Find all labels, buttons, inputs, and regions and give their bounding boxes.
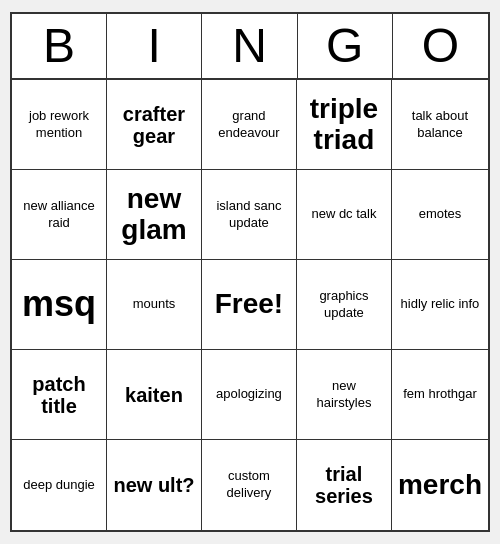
bingo-cell-18[interactable]: new hairstyles [297,350,392,440]
bingo-cell-11[interactable]: mounts [107,260,202,350]
bingo-letter-n: N [202,14,297,78]
bingo-cell-13[interactable]: graphics update [297,260,392,350]
bingo-grid: job rework mentioncrafter geargrand ende… [12,80,488,530]
cell-text-19: fem hrothgar [403,386,477,403]
cell-text-18: new hairstyles [303,378,385,412]
bingo-cell-14[interactable]: hidly relic info [392,260,488,350]
bingo-cell-23[interactable]: trial series [297,440,392,530]
cell-text-16: kaiten [125,384,183,406]
cell-text-4: talk about balance [398,108,482,142]
bingo-letter-b: B [12,14,107,78]
bingo-cell-12[interactable]: Free! [202,260,297,350]
cell-text-9: emotes [419,206,462,223]
bingo-cell-24[interactable]: merch [392,440,488,530]
bingo-cell-20[interactable]: deep dungie [12,440,107,530]
bingo-cell-6[interactable]: new glam [107,170,202,260]
bingo-cell-7[interactable]: island sanc update [202,170,297,260]
bingo-letter-o: O [393,14,488,78]
cell-text-8: new dc talk [311,206,376,223]
cell-text-20: deep dungie [23,477,95,494]
bingo-cell-22[interactable]: custom delivery [202,440,297,530]
bingo-cell-21[interactable]: new ult? [107,440,202,530]
bingo-cell-17[interactable]: apologizing [202,350,297,440]
cell-text-3: triple triad [303,94,385,156]
cell-text-1: crafter gear [113,103,195,147]
bingo-cell-19[interactable]: fem hrothgar [392,350,488,440]
bingo-cell-3[interactable]: triple triad [297,80,392,170]
bingo-letter-g: G [298,14,393,78]
cell-text-14: hidly relic info [401,296,480,313]
cell-text-2: grand endeavour [208,108,290,142]
cell-text-22: custom delivery [208,468,290,502]
bingo-card: BINGO job rework mentioncrafter geargran… [10,12,490,532]
cell-text-10: msq [22,281,96,328]
bingo-cell-5[interactable]: new alliance raid [12,170,107,260]
cell-text-13: graphics update [303,288,385,322]
bingo-cell-2[interactable]: grand endeavour [202,80,297,170]
cell-text-17: apologizing [216,386,282,403]
bingo-cell-8[interactable]: new dc talk [297,170,392,260]
cell-text-11: mounts [133,296,176,313]
bingo-cell-9[interactable]: emotes [392,170,488,260]
bingo-cell-1[interactable]: crafter gear [107,80,202,170]
cell-text-15: patch title [18,373,100,417]
bingo-letter-i: I [107,14,202,78]
cell-text-5: new alliance raid [18,198,100,232]
bingo-header: BINGO [12,14,488,80]
bingo-cell-4[interactable]: talk about balance [392,80,488,170]
cell-text-23: trial series [303,463,385,507]
cell-text-12: Free! [215,289,283,320]
cell-text-7: island sanc update [208,198,290,232]
bingo-cell-16[interactable]: kaiten [107,350,202,440]
cell-text-6: new glam [113,184,195,246]
cell-text-0: job rework mention [18,108,100,142]
cell-text-24: merch [398,470,482,501]
bingo-cell-0[interactable]: job rework mention [12,80,107,170]
bingo-cell-10[interactable]: msq [12,260,107,350]
bingo-cell-15[interactable]: patch title [12,350,107,440]
cell-text-21: new ult? [113,474,194,496]
